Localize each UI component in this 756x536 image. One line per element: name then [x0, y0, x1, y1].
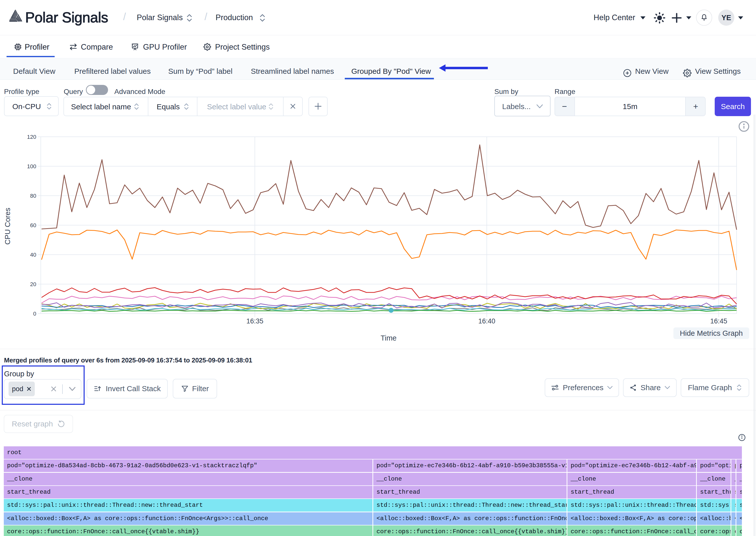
- svg-text:20: 20: [30, 281, 36, 287]
- svg-text:CPU Cores: CPU Cores: [4, 208, 12, 245]
- svg-text:16:35: 16:35: [246, 318, 263, 325]
- svg-text:40: 40: [30, 251, 36, 258]
- svg-text:0: 0: [33, 311, 36, 317]
- svg-text:16:45: 16:45: [710, 318, 727, 325]
- svg-text:80: 80: [30, 193, 36, 199]
- svg-text:120: 120: [27, 134, 36, 140]
- svg-text:60: 60: [30, 222, 36, 228]
- svg-text:100: 100: [27, 163, 36, 170]
- svg-text:Time: Time: [380, 334, 396, 342]
- svg-text:16:40: 16:40: [478, 318, 495, 325]
